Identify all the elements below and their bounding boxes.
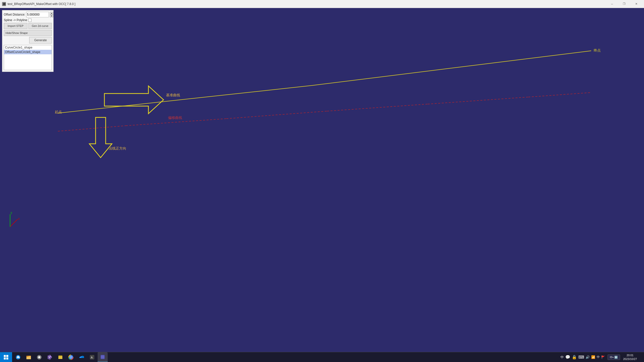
- svg-rect-14: [4, 355, 6, 357]
- tray-icon-keyboard[interactable]: ⌨: [578, 355, 584, 359]
- viewport[interactable]: x y 起点 终点 基准曲线 偏移曲线 法线正方向: [0, 8, 644, 352]
- gen-2d-curve-button[interactable]: Gen 2d curve: [28, 23, 52, 29]
- titlebar-left: ⬛ test_BRepOffsetAPI_MakeOffset with OCC…: [2, 2, 75, 6]
- clock-time: 20:01: [623, 353, 637, 357]
- window-title: test_BRepOffsetAPI_MakeOffset with OCC[ …: [8, 2, 75, 6]
- restore-button[interactable]: ❐: [618, 0, 630, 8]
- svg-point-22: [38, 356, 40, 358]
- tray-icons: 中 💬 🔒 ⌨ 🔊 📶 中 🚩: [559, 355, 607, 359]
- offset-distance-spinner: ▲ ▼: [50, 12, 53, 17]
- svg-marker-8: [104, 86, 164, 114]
- tray-flag-icon[interactable]: 🚩: [601, 355, 605, 359]
- input-indicator-text: 中• 🔤: [610, 356, 618, 359]
- taskbar-pinned-apps: V: [12, 352, 109, 362]
- svg-line-10: [10, 219, 18, 227]
- spinner-down[interactable]: ▼: [50, 15, 53, 17]
- svg-marker-24: [50, 355, 52, 357]
- taskbar-vs[interactable]: V: [45, 352, 55, 362]
- system-clock[interactable]: 20:01 2023/10/27: [621, 353, 639, 361]
- offset-distance-input[interactable]: [26, 12, 49, 17]
- import-gen-buttons: Import STEP Gen 2d curve: [4, 23, 52, 29]
- taskbar: V: [0, 352, 644, 362]
- start-button[interactable]: [0, 352, 12, 362]
- label-normal-direction: 法线正方向: [109, 146, 126, 151]
- tray-ime-icon[interactable]: 中: [597, 355, 600, 359]
- svg-line-0: [58, 85, 312, 113]
- svg-rect-27: [58, 356, 62, 359]
- svg-rect-15: [6, 355, 8, 357]
- file-explorer-icon: [26, 354, 31, 360]
- svg-line-6: [428, 97, 528, 104]
- minimize-button[interactable]: ─: [606, 0, 618, 8]
- label-end-point: 终点: [594, 48, 601, 53]
- generate-wrap: Generate: [4, 37, 52, 43]
- shape-list: CurveCircle1_shape OffsetCurveCircle6_sh…: [4, 45, 52, 70]
- offset-distance-label: Offset Distance:: [4, 13, 25, 16]
- spinner-up[interactable]: ▲: [50, 12, 53, 15]
- show-desktop-button[interactable]: [640, 352, 642, 362]
- clock-date: 2023/10/27: [623, 357, 637, 361]
- svg-marker-9: [89, 117, 112, 158]
- input-indicator[interactable]: 中• 🔤: [608, 354, 620, 360]
- svg-rect-16: [4, 357, 6, 359]
- unknown-app1-icon: A: [89, 354, 95, 360]
- tray-volume-icon[interactable]: 🔊: [586, 355, 590, 359]
- svg-text:x: x: [18, 217, 20, 220]
- tray-icon-1[interactable]: 中: [560, 355, 564, 359]
- spline-polyline-row: Spline -> Polyline: [4, 18, 52, 22]
- taskbar-chrome[interactable]: [66, 352, 76, 362]
- titlebar: ⬛ test_BRepOffsetAPI_MakeOffset with OCC…: [0, 0, 644, 8]
- shape-item-1[interactable]: OffsetCurveCircle6_shape: [4, 50, 52, 54]
- svg-line-2: [58, 126, 126, 131]
- svg-line-7: [528, 93, 591, 97]
- taskbar-app-unknown1[interactable]: A: [87, 352, 97, 362]
- taskbar-edge[interactable]: [13, 352, 23, 362]
- svg-line-1: [312, 51, 591, 85]
- active-app-icon: [100, 354, 105, 360]
- svg-rect-37: [101, 355, 104, 359]
- tray-network-icon[interactable]: 📶: [591, 355, 595, 359]
- taskbar-file-manager[interactable]: [24, 352, 34, 362]
- window-controls: ─ ❐ ✕: [606, 0, 642, 8]
- windows-icon: [4, 355, 9, 360]
- label-baseline: 基准曲线: [166, 93, 180, 98]
- hide-show-shape-button[interactable]: Hide/Show Shape: [4, 30, 52, 36]
- taskbar-onedrive[interactable]: [76, 352, 87, 362]
- control-panel: Offset Distance: ▲ ▼ Spline -> Polyline …: [2, 10, 54, 72]
- chrome-icon: [68, 354, 74, 360]
- taskbar-explorer[interactable]: [55, 352, 65, 362]
- generate-button[interactable]: Generate: [29, 37, 52, 43]
- import-step-button[interactable]: Import STEP: [4, 23, 27, 29]
- svg-line-4: [226, 111, 327, 119]
- tray-icon-shield[interactable]: 🔒: [572, 355, 577, 359]
- spline-polyline-label: Spline -> Polyline: [4, 18, 27, 22]
- svg-point-33: [70, 356, 72, 358]
- label-offset-curve: 偏移曲线: [168, 116, 182, 120]
- app-icon: ⬛: [2, 2, 6, 6]
- svg-text:y: y: [11, 211, 12, 214]
- svg-rect-20: [26, 356, 28, 357]
- settings-icon: [36, 354, 42, 360]
- explorer-icon: [58, 354, 63, 360]
- tray-icon-2[interactable]: 💬: [565, 355, 570, 359]
- taskbar-settings[interactable]: [34, 352, 44, 362]
- spline-polyline-checkbox[interactable]: [28, 19, 31, 22]
- viewport-canvas: x y: [0, 8, 644, 352]
- edge-icon: [15, 354, 21, 360]
- system-tray: 中 💬 🔒 ⌨ 🔊 📶 中 🚩 中• 🔤 20:01 2023/10/27: [559, 352, 644, 362]
- offset-distance-row: Offset Distance: ▲ ▼: [4, 12, 52, 17]
- svg-text:V: V: [49, 356, 50, 359]
- visual-studio-icon: V: [47, 354, 53, 360]
- shape-item-0[interactable]: CurveCircle1_shape: [4, 45, 52, 50]
- taskbar-app-active[interactable]: [98, 352, 108, 362]
- svg-rect-19: [26, 356, 31, 359]
- label-start-point: 起点: [55, 110, 62, 114]
- onedrive-icon: [79, 354, 84, 360]
- svg-text:A: A: [91, 356, 93, 359]
- close-button[interactable]: ✕: [630, 0, 642, 8]
- svg-line-5: [327, 104, 428, 111]
- svg-rect-17: [6, 357, 8, 359]
